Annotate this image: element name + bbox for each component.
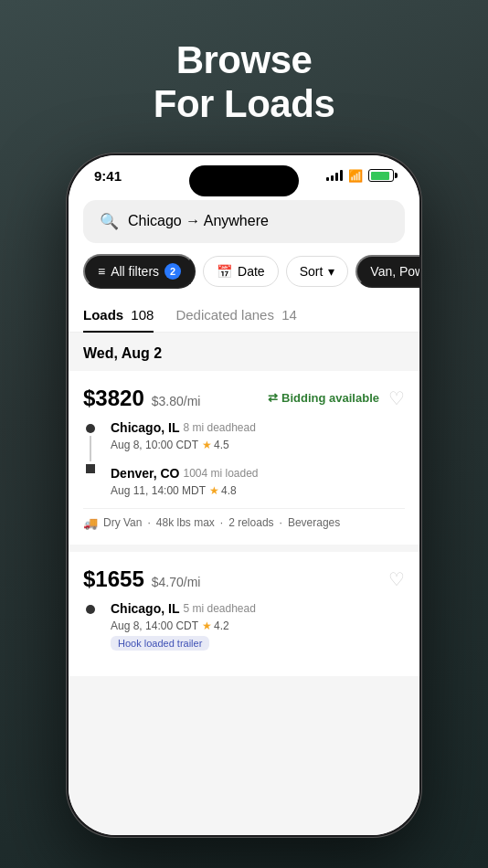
date-filter-button[interactable]: 📅 Date (203, 256, 279, 287)
search-container: 🔍 Chicago → Anywhere (69, 191, 419, 250)
load-price-row: $3820 $3.80/mi ⇄ Bidding available ♡ (83, 386, 405, 411)
favorite-button[interactable]: ♡ (388, 568, 405, 590)
origin-rating: ★ 4.5 (202, 439, 229, 451)
weight: 48k lbs max (156, 516, 215, 529)
star-icon: ★ (202, 439, 212, 451)
origin-city: Chicago, IL (111, 601, 179, 616)
dest-city: Denver, CO (111, 466, 179, 481)
hero-title: Browse For Loads (154, 38, 335, 127)
all-filters-button[interactable]: ≡ All filters 2 (83, 254, 196, 289)
dest-time-row: Aug 11, 14:00 MDT ★ 4.8 (111, 484, 405, 497)
vehicle-label: Van, Pow (370, 264, 419, 279)
load-price: $3820 $3.80/mi (83, 386, 200, 411)
bidding-icon: ⇄ (268, 391, 278, 405)
filter-sliders-icon: ≡ (98, 264, 105, 279)
origin-stop: Chicago, IL 5 mi deadhead (111, 601, 405, 616)
favorite-button[interactable]: ♡ (388, 387, 405, 409)
hook-tag: Hook loaded trailer (111, 636, 209, 651)
origin-dot (86, 424, 95, 433)
route-stops: Chicago, IL 5 mi deadhead Aug 8, 14:00 C… (111, 601, 405, 651)
origin-time: Aug 8, 10:00 CDT (111, 439, 198, 451)
tabs-row: Loads 108 Dedicated lanes 14 (69, 298, 419, 333)
price-per-mile: $4.70/mi (152, 575, 201, 589)
truck-type: Dry Van (103, 516, 142, 529)
calendar-icon: 📅 (217, 264, 232, 279)
status-time: 9:41 (94, 168, 122, 184)
all-filters-label: All filters (111, 264, 159, 279)
dest-stop: Denver, CO 1004 mi loaded (111, 466, 405, 481)
sort-label: Sort (300, 264, 324, 279)
battery-icon (368, 169, 394, 182)
dest-time: Aug 11, 14:00 MDT (111, 484, 206, 497)
bidding-badge: ⇄ Bidding available (268, 391, 379, 405)
chevron-down-icon: ▾ (328, 264, 334, 279)
origin-stop: Chicago, IL 8 mi deadhead (111, 420, 405, 435)
origin-deadhead: 5 mi deadhead (183, 602, 255, 615)
commodity: Beverages (288, 516, 340, 529)
sort-button[interactable]: Sort ▾ (286, 256, 349, 287)
filter-row: ≡ All filters 2 📅 Date Sort ▾ Van, Pow (69, 250, 419, 298)
signal-icon (326, 170, 343, 181)
route-stops: Chicago, IL 8 mi deadhead Aug 8, 10:00 C… (111, 420, 405, 497)
route-container: Chicago, IL 5 mi deadhead Aug 8, 14:00 C… (83, 601, 405, 651)
load-price-row: $1655 $4.70/mi ♡ (83, 566, 405, 592)
search-bar[interactable]: 🔍 Chicago → Anywhere (83, 200, 405, 243)
route-container: Chicago, IL 8 mi deadhead Aug 8, 10:00 C… (83, 420, 405, 497)
tab-loads[interactable]: Loads 108 (83, 298, 154, 332)
load-info-row: 🚚 Dry Van · 48k lbs max · 2 reloads · Be… (83, 508, 405, 530)
origin-time-row: Aug 8, 10:00 CDT ★ 4.5 (111, 439, 405, 451)
date-header: Wed, Aug 2 (69, 333, 419, 371)
dest-rating: ★ 4.8 (209, 484, 237, 497)
date-label: Date (238, 264, 265, 279)
status-icons: 📶 (326, 169, 394, 183)
dest-dot (86, 464, 95, 473)
loads-count: 108 (131, 307, 154, 323)
price-per-mile: $3.80/mi (152, 394, 201, 408)
origin-dot (86, 605, 95, 614)
dedicated-count: 14 (281, 307, 297, 323)
load-card[interactable]: $1655 $4.70/mi ♡ Chicago, IL 5 mi dea (69, 552, 419, 676)
app-content: 🔍 Chicago → Anywhere ≡ All filters 2 📅 D… (69, 191, 419, 835)
load-price: $1655 $4.70/mi (83, 566, 200, 592)
vehicle-filter-button[interactable]: Van, Pow (355, 255, 419, 288)
phone-screen: 9:41 📶 🔍 Chicago → Anywhere (69, 155, 419, 835)
load-list: Wed, Aug 2 $3820 $3.80/mi ⇄ Bidding avai… (69, 333, 419, 835)
wifi-icon: 📶 (348, 169, 363, 183)
origin-deadhead: 8 mi deadhead (183, 421, 255, 434)
dest-miles: 1004 mi loaded (183, 467, 258, 480)
search-icon: 🔍 (100, 212, 119, 231)
route-line (83, 420, 98, 497)
load-card[interactable]: $3820 $3.80/mi ⇄ Bidding available ♡ (69, 371, 419, 545)
star-icon: ★ (202, 619, 212, 632)
price-main: $3820 (83, 386, 144, 411)
origin-time: Aug 8, 14:00 CDT (111, 619, 198, 632)
dynamic-island (189, 165, 299, 196)
origin-time-row: Aug 8, 14:00 CDT ★ 4.2 (111, 619, 405, 632)
hook-tag-row: Hook loaded trailer (111, 636, 405, 651)
origin-city: Chicago, IL (111, 420, 179, 435)
truck-icon: 🚚 (83, 516, 98, 530)
route-vertical-line (90, 436, 91, 461)
route-line (83, 601, 98, 651)
tab-dedicated-lanes[interactable]: Dedicated lanes 14 (175, 298, 296, 332)
phone-frame: 9:41 📶 🔍 Chicago → Anywhere (66, 153, 422, 838)
reloads: 2 reloads (228, 516, 273, 529)
all-filters-badge: 2 (164, 263, 181, 280)
star-icon: ★ (209, 484, 219, 497)
origin-rating: ★ 4.2 (202, 619, 229, 632)
search-text: Chicago → Anywhere (128, 213, 269, 229)
price-main: $1655 (83, 566, 144, 592)
